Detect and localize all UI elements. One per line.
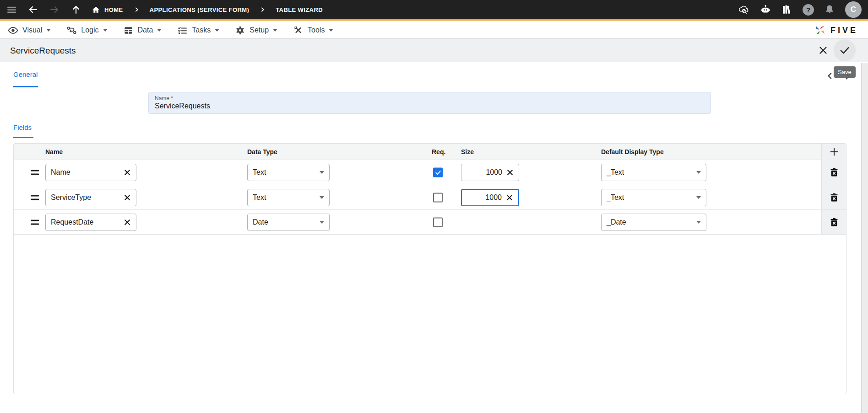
drag-handle-icon[interactable] — [31, 168, 39, 177]
page-title: ServiceRequests — [10, 46, 76, 56]
display-type-dropdown[interactable]: _Text — [601, 189, 706, 206]
clear-icon[interactable] — [124, 219, 131, 226]
data-type-dropdown[interactable]: Text — [247, 164, 330, 181]
chevron-down-icon — [46, 29, 51, 32]
breadcrumb: HOME APPLICATIONS (SERVICE FORM) TABLE W… — [91, 5, 323, 14]
display-type-dropdown[interactable]: _Text — [601, 164, 706, 181]
chevron-down-icon — [215, 29, 219, 32]
required-checkbox[interactable] — [433, 217, 443, 227]
field-name-editor — [45, 214, 136, 231]
record-title-bar: ServiceRequests — [0, 39, 868, 62]
name-field-label: Name * — [155, 95, 705, 102]
notifications-bell-icon[interactable] — [824, 4, 835, 16]
five-pinwheel-icon — [813, 23, 827, 37]
column-header-data-type: Data Type — [247, 144, 277, 160]
plus-icon — [829, 146, 840, 157]
menu-setup[interactable]: Setup — [235, 25, 277, 36]
delete-field-button[interactable] — [821, 160, 846, 185]
eye-icon — [8, 25, 18, 36]
chevron-down-icon — [696, 221, 701, 224]
save-button[interactable] — [834, 39, 856, 61]
chat-bot-icon[interactable] — [760, 4, 771, 16]
size-editor-focused — [461, 189, 519, 206]
column-header-name: Name — [45, 144, 63, 160]
data-type-dropdown[interactable]: Date — [247, 214, 330, 231]
breadcrumb-table-wizard[interactable]: TABLE WIZARD — [276, 6, 323, 13]
hamburger-menu-icon[interactable] — [5, 4, 17, 16]
chevron-down-icon — [329, 29, 333, 32]
display-type-dropdown[interactable]: _Date — [601, 214, 706, 231]
trash-icon — [829, 217, 839, 227]
help-icon[interactable]: ? — [803, 4, 814, 16]
main-menu-bar: Visual Logic Data Tasks Setup Tools — [0, 22, 868, 39]
chevron-down-icon — [103, 29, 108, 32]
checklist-icon — [177, 25, 188, 36]
field-row-servicetype: Text _Text — [14, 185, 846, 210]
forward-arrow-icon[interactable] — [49, 4, 60, 16]
required-checkbox[interactable] — [433, 168, 443, 177]
chevron-down-icon — [696, 196, 701, 199]
field-row-requestdate: Date _Date — [14, 210, 846, 235]
save-tooltip: Save — [834, 66, 856, 78]
gear-icon — [235, 25, 245, 36]
size-input[interactable] — [467, 168, 502, 177]
cloud-search-icon[interactable] — [738, 4, 750, 16]
field-name-input[interactable] — [51, 193, 124, 202]
close-button[interactable] — [812, 39, 834, 61]
breadcrumb-applications[interactable]: APPLICATIONS (SERVICE FORM) — [150, 6, 250, 13]
chevron-down-icon — [320, 221, 324, 224]
check-icon — [839, 44, 851, 56]
chevron-down-icon — [320, 171, 324, 174]
clear-icon[interactable] — [124, 194, 131, 201]
table-icon — [123, 25, 134, 36]
menu-tasks[interactable]: Tasks — [177, 25, 219, 36]
logic-flow-icon — [66, 25, 77, 36]
breadcrumb-chevron-icon — [259, 6, 266, 13]
trash-icon — [829, 167, 839, 177]
column-header-required: Req. — [432, 144, 445, 160]
close-icon — [818, 45, 829, 56]
up-arrow-icon[interactable] — [70, 4, 82, 16]
size-input[interactable] — [467, 193, 502, 202]
chevron-down-icon — [696, 171, 701, 174]
avatar[interactable]: C — [845, 1, 862, 18]
vertical-scrollbar[interactable] — [861, 63, 868, 413]
data-type-dropdown[interactable]: Text — [247, 189, 330, 206]
field-name-input[interactable] — [51, 168, 124, 177]
clear-icon[interactable] — [124, 169, 131, 176]
field-row-name: Text _Text — [14, 160, 846, 185]
home-icon — [91, 5, 100, 14]
chevron-down-icon — [320, 196, 324, 199]
top-navigation-bar: HOME APPLICATIONS (SERVICE FORM) TABLE W… — [0, 0, 868, 21]
required-checkbox[interactable] — [433, 193, 443, 202]
field-name-editor — [45, 164, 136, 181]
back-arrow-icon[interactable] — [27, 4, 39, 16]
library-books-icon[interactable] — [781, 4, 793, 16]
menu-visual[interactable]: Visual — [8, 25, 51, 36]
check-icon — [434, 169, 442, 176]
drag-handle-icon[interactable] — [31, 193, 39, 202]
menu-tools[interactable]: Tools — [293, 25, 333, 36]
menu-data[interactable]: Data — [123, 25, 162, 36]
column-header-size: Size — [461, 144, 474, 160]
previous-record-chevron[interactable] — [826, 72, 834, 80]
breadcrumb-chevron-icon — [133, 6, 140, 13]
drag-handle-icon[interactable] — [31, 217, 39, 227]
delete-field-button[interactable] — [821, 185, 846, 209]
tools-icon — [293, 25, 304, 36]
clear-icon[interactable] — [506, 169, 514, 176]
trash-icon — [829, 193, 839, 203]
fields-table: Name Data Type Req. Size Default Display… — [13, 143, 846, 394]
add-field-button[interactable] — [821, 144, 846, 160]
clear-icon[interactable] — [506, 194, 513, 201]
tab-general[interactable]: General — [13, 70, 38, 87]
five-logo: FIVE — [813, 23, 868, 37]
menu-logic[interactable]: Logic — [66, 25, 107, 36]
delete-field-button[interactable] — [821, 210, 846, 234]
breadcrumb-home[interactable]: HOME — [91, 5, 123, 14]
size-editor — [461, 164, 519, 181]
tab-fields[interactable]: Fields — [13, 123, 33, 138]
table-name-field[interactable]: Name * — [148, 92, 711, 114]
name-input[interactable] — [155, 102, 705, 110]
field-name-input[interactable] — [51, 218, 124, 226]
